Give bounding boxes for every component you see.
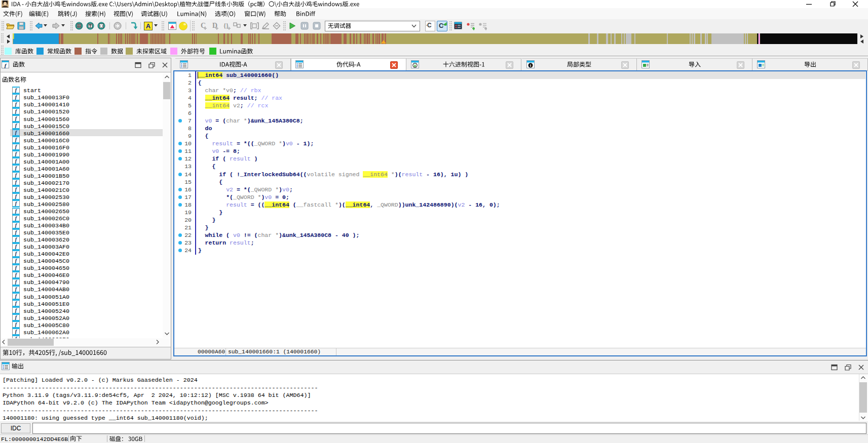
svg-text:A: A	[146, 22, 151, 30]
